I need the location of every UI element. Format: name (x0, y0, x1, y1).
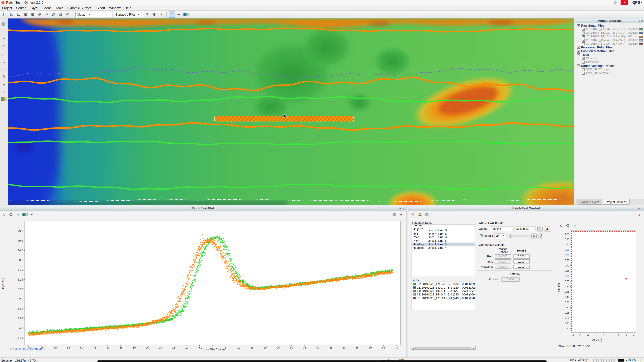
tab-project-sources[interactable]: Project Sources (603, 199, 630, 205)
lines-horizontal-scrollbar[interactable]: ◄ ► (411, 346, 476, 350)
checkbox[interactable] (582, 39, 585, 41)
spin-arrows-icon[interactable]: ▲▼ (503, 234, 505, 238)
menu-help[interactable]: Help (122, 6, 133, 10)
source-group-raw-sonar-files[interactable]: Raw Sonar Files (576, 24, 644, 27)
menu-export[interactable]: Export (94, 6, 107, 10)
head1-value[interactable]: 0.000° (513, 254, 530, 258)
colormap-swatch[interactable] (1, 97, 7, 101)
menu-dynamic-surface[interactable]: Dynamic Surface (65, 6, 94, 10)
source-item[interactable]: SVP_00002.bsvp (576, 71, 644, 75)
dynamic-surface-icon[interactable]: ▧ (50, 11, 57, 17)
motion-sensor-value[interactable]: 0.000° (495, 254, 511, 258)
angle-spinbox[interactable]: 3° ▲▼ (494, 233, 505, 238)
checkbox[interactable] (582, 31, 585, 34)
head1-checkbox[interactable] (480, 234, 482, 237)
minimize-button[interactable]: — (602, 0, 610, 5)
slider-handle[interactable] (510, 234, 512, 238)
swath-editor-tool-icon[interactable]: ✛ (1, 28, 7, 34)
profile-tool-icon[interactable]: ∿ (1, 89, 7, 95)
selection-set-row[interactable]: PitchLine: 2, Line: 3 (412, 236, 475, 239)
cursor-tool-icon[interactable]: ↖ (1, 212, 7, 218)
source-item[interactable]: SVP_00001.bsvp (576, 67, 644, 71)
close-panel-icon[interactable]: ✕ (641, 19, 643, 22)
checkbox[interactable] (577, 24, 580, 27)
home-view-icon[interactable]: ⌂ (15, 212, 21, 218)
selection-set-row[interactable]: RollLine: 2, Line: 3 (412, 228, 475, 232)
float-panel-icon[interactable]: ⊡ (638, 207, 640, 210)
menu-scene[interactable]: Scene (40, 6, 54, 10)
checkbox[interactable] (582, 28, 585, 31)
patch-test-plot-header[interactable]: Patch Test Plot ⊡ ✕ (0, 206, 406, 211)
checkbox[interactable] (577, 53, 580, 56)
rms-plot[interactable]: 1.000.950.900.850.800.750.700.650.600.55… (556, 227, 638, 347)
maximize-button[interactable]: ▢ (611, 0, 619, 5)
float-panel-icon[interactable]: ⊡ (638, 19, 640, 22)
import-raw-sonar-icon[interactable]: ⊞ (23, 11, 29, 17)
checkbox[interactable] (577, 50, 580, 53)
surface-files-dropdown[interactable]: Surface's Files▼ (114, 12, 143, 17)
checkbox[interactable] (582, 71, 585, 74)
settings-icon[interactable]: ⚙ (36, 11, 43, 17)
angle-slider[interactable] (506, 233, 530, 238)
filter-icon[interactable]: ▼ (144, 11, 150, 17)
checkbox[interactable] (582, 61, 585, 63)
checkbox[interactable] (582, 35, 585, 38)
source-item[interactable]: 20191025_181124 - S-2 (120) - 0001.db (576, 35, 644, 38)
scrollbar-thumb[interactable] (415, 347, 471, 349)
grid-view-tool-icon[interactable]: ▦ (1, 21, 7, 26)
refresh-button[interactable]: ↻ (537, 226, 542, 231)
tab-project-layers[interactable]: Project Layers (578, 199, 602, 205)
patch-test-plot-canvas[interactable] (10, 218, 402, 353)
selection-set-row[interactable]: Manual selection (412, 225, 475, 228)
shift-lines-tool-icon[interactable]: ⇥ (176, 11, 182, 17)
checkbox[interactable] (582, 57, 585, 60)
map-viewport[interactable] (8, 18, 574, 205)
colorbar-icon[interactable] (22, 212, 28, 218)
memory-add-button[interactable]: M+ (544, 226, 551, 231)
import-processed-icon[interactable]: ⊟ (30, 11, 36, 17)
line-row[interactable]: 02: 20191025_180039 - S-2 (120) - 0001 (… (412, 286, 475, 289)
colorbar-dropdown-icon[interactable]: ▾ (29, 212, 35, 218)
zoom-tool-icon[interactable] (8, 212, 14, 218)
float-panel-icon[interactable]: ⊡ (399, 207, 402, 210)
map-selection-rectangle[interactable] (214, 116, 353, 121)
offset-type-dropdown[interactable]: Heading▼ (489, 226, 513, 231)
close-panel-icon[interactable]: ✕ (641, 207, 643, 210)
checkbox[interactable] (582, 42, 585, 45)
polygon-select-tool-icon[interactable]: ◇ (1, 59, 7, 64)
taskbar-hint[interactable] (97, 360, 546, 362)
head1-value[interactable]: 0.000° (513, 259, 530, 264)
motion-sensor-value[interactable]: 0.000° (495, 265, 511, 269)
menu-layer[interactable]: Layer (28, 6, 40, 10)
selection-handle-right[interactable] (352, 117, 354, 121)
checkbox[interactable] (577, 46, 580, 49)
crosshair-icon[interactable]: ✛ (158, 11, 164, 17)
circle-select-tool-icon[interactable]: ○ (1, 66, 7, 72)
line-row[interactable]: 01: 20191025_174537 - S-3 (180) - 0001 (… (412, 282, 475, 285)
selection-set-row[interactable]: PitchLine: 1, Line: 5 (412, 239, 475, 243)
source-group-sound-velocity-profiles[interactable]: Sound Velocity Profiles (576, 64, 644, 68)
menu-source[interactable]: Source (14, 6, 28, 10)
checkbox[interactable] (577, 64, 580, 67)
fit-extents-icon[interactable]: ⊕ (151, 11, 157, 17)
new-project-icon[interactable]: ▢ (2, 11, 8, 17)
source-item[interactable]: Stations (576, 57, 644, 60)
source-item[interactable]: 20191025_154040 - S-4 (240) - 0001.db (576, 38, 644, 42)
head1-value[interactable]: 0.000° (513, 265, 530, 269)
selection-handle-left[interactable] (213, 117, 215, 121)
slice-icon[interactable]: ≋ (64, 11, 70, 17)
scroll-left-icon[interactable]: ◄ (411, 347, 415, 349)
source-item[interactable]: Strategies (576, 60, 644, 64)
annotate-tool-icon[interactable]: ✎ (1, 74, 7, 79)
colorbar-icon[interactable] (183, 11, 189, 17)
project-sources-header[interactable]: Project Sources ⊡ ✕ (576, 18, 644, 23)
scroll-right-icon[interactable]: ► (472, 347, 475, 349)
source-group-position-motion-files[interactable]: Position & Motion Files (576, 49, 644, 53)
line-row[interactable]: 04: 20191025_154040 - S-4 (240) - 0001 (… (412, 293, 475, 296)
line-row[interactable]: 05: 20191025_173524 - S-4 (240) - 0001 (… (412, 296, 475, 300)
selection-set-row[interactable]: HeadingLine: 1, Line: 4 (412, 246, 475, 250)
menu-window[interactable]: Window (107, 6, 122, 10)
rectangle-select-tool-icon[interactable]: ▭ (1, 51, 7, 57)
position-value-field[interactable]: 0.000 (501, 277, 520, 281)
source-item[interactable]: 20191025_174537 - S-3 (180) - 0001.db (576, 27, 644, 31)
